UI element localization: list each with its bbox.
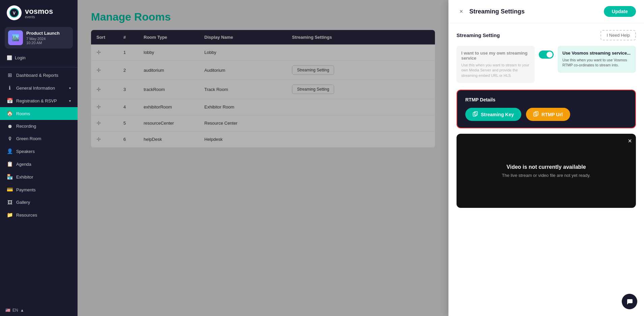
rtmp-url-button[interactable]: RTMP Url [526,108,570,121]
video-unavailable-title: Video is not currently available [506,164,586,170]
chevron-down-icon-reg: ▾ [69,99,71,103]
sidebar-logo: V vosmos events [0,0,78,24]
calendar-icon: 📅 [7,98,13,104]
sidebar-item-dashboard[interactable]: ⊞ Dashboard & Reports [0,69,78,82]
sidebar-item-exhibitor[interactable]: 🏪 Exhibitor [0,170,78,183]
logo-text: vosmos [25,7,53,15]
video-close-button[interactable]: × [628,137,632,145]
event-date: 7 May 2024 10:20 AM [26,37,69,45]
copy-icon-orange [533,111,539,118]
event-card[interactable]: 🏙️ Product Launch 7 May 2024 10:20 AM [5,27,73,49]
vosmos-service-desc: Use this when you want to use Vosmos RTM… [562,58,631,68]
streaming-settings-panel: × Streaming Settings Update Streaming Se… [448,0,644,316]
chevron-down-icon: ▾ [69,86,71,90]
panel-body: Streaming Setting I Need Help I want to … [448,23,644,316]
rtmp-buttons: Streaming Key RTMP Url [465,108,627,121]
speakers-icon: 👤 [7,148,13,154]
streaming-toggle[interactable] [539,51,554,59]
recording-icon: ⏺ [7,123,13,129]
video-content: Video is not currently available The liv… [457,134,636,208]
video-preview-box: × Video is not currently available The l… [457,134,636,208]
logo-icon: V [7,5,22,20]
svg-text:V: V [13,11,16,15]
sidebar-item-agenda[interactable]: 📋 Agenda [0,158,78,170]
resources-icon: 📁 [7,212,13,218]
language-selector[interactable]: 🇺🇸 EN ▲ [0,305,78,316]
greenroom-icon: 🎙 [7,136,13,141]
own-service-desc: Use this when you want to stream to your… [461,63,530,78]
vosmos-service-option: Use Vosmos streaming service... Use this… [558,46,636,73]
login-icon: ⬜ [7,55,12,60]
help-button[interactable]: I Need Help [601,30,636,40]
video-unavailable-desc: The live stream or video file are not ye… [502,173,591,178]
vosmos-service-title: Use Vosmos streaming service... [562,51,631,56]
dashboard-icon: ⊞ [7,72,13,78]
flag-icon: 🇺🇸 [5,308,10,313]
event-thumbnail: 🏙️ [8,30,23,45]
overlay-background [78,0,448,316]
toggle-options: I want to use my own streaming service U… [457,46,636,83]
rooms-icon: 🏠 [7,110,13,117]
copy-icon [473,111,478,118]
panel-close-button[interactable]: × [457,7,466,16]
streaming-key-button[interactable]: Streaming Key [465,108,521,121]
payments-icon: 💳 [7,187,13,193]
sidebar-item-speakers[interactable]: 👤 Speakers [0,145,78,158]
event-info: Product Launch 7 May 2024 10:20 AM [26,31,69,45]
sidebar-item-greenroom[interactable]: 🎙 Green Room [0,132,78,145]
own-service-option: I want to use my own streaming service U… [457,46,535,83]
login-button[interactable]: ⬜ Login [0,53,78,63]
chat-bubble-button[interactable] [622,294,637,309]
panel-title: Streaming Settings [469,8,525,15]
sidebar-item-payments[interactable]: 💳 Payments [0,183,78,196]
sidebar-item-general[interactable]: ℹ General Information ▾ [0,82,78,94]
close-icon: × [460,8,463,15]
general-icon: ℹ [7,85,13,91]
logo-sub: events [25,15,53,19]
event-name: Product Launch [26,31,69,36]
sidebar: V vosmos events 🏙️ Product Launch 7 May … [0,0,78,316]
streaming-setting-label: Streaming Setting [457,32,500,38]
exhibitor-icon: 🏪 [7,174,13,180]
rtmp-title: RTMP Details [465,97,627,102]
panel-header: × Streaming Settings Update [448,0,644,23]
sidebar-item-gallery[interactable]: 🖼 Gallery [0,196,78,209]
main-content: Manage Rooms Sort # Room Type Display Na… [78,0,448,316]
sidebar-item-resources[interactable]: 📁 Resources [0,209,78,221]
streaming-setting-row: Streaming Setting I Need Help [457,30,636,40]
sidebar-item-recording[interactable]: ⏺ Recording [0,120,78,132]
sidebar-item-rooms[interactable]: 🏠 Rooms [0,107,78,120]
sidebar-item-registration[interactable]: 📅 Registration & RSVP ▾ [0,94,78,107]
update-button[interactable]: Update [604,6,636,17]
own-service-title: I want to use my own streaming service [461,51,530,61]
lang-chevron-icon: ▲ [20,308,24,313]
agenda-icon: 📋 [7,161,13,167]
sidebar-divider [0,67,78,67]
gallery-icon: 🖼 [7,199,13,205]
rtmp-details-box: RTMP Details Streaming Key [457,90,636,128]
